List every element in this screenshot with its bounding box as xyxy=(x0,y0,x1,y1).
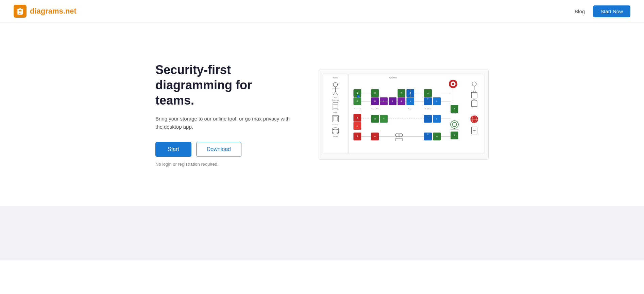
svg-text:7: 7 xyxy=(427,115,428,117)
header-nav: Blog Start Now xyxy=(575,5,630,17)
footer-area xyxy=(0,206,644,260)
svg-text:λ: λ xyxy=(401,91,402,94)
svg-text:Mobile: Mobile xyxy=(333,112,338,113)
svg-text:Actor: Actor xyxy=(334,96,337,98)
svg-text:Container A: Container A xyxy=(354,108,361,109)
svg-text:✂: ✂ xyxy=(383,117,385,120)
svg-text:⚙: ⚙ xyxy=(436,135,438,137)
svg-rect-1 xyxy=(323,74,348,154)
logo-text: diagrams.net xyxy=(30,7,77,16)
hero-content: Security-first diagramming for teams. Br… xyxy=(155,62,291,167)
diagram-container: Actors Actor Mobile Hardware xyxy=(319,70,489,160)
hero-section: Security-first diagramming for teams. Br… xyxy=(0,23,644,199)
svg-text:Lambda 3: Lambda 3 xyxy=(452,113,457,114)
svg-rect-22 xyxy=(349,74,484,154)
svg-text:CloudWatch: CloudWatch xyxy=(425,108,431,109)
svg-text:3: 3 xyxy=(357,135,358,138)
site-header: diagrams.net Blog Start Now xyxy=(0,0,644,23)
logo-link[interactable]: diagrams.net xyxy=(14,5,77,18)
svg-text:4: 4 xyxy=(374,99,376,103)
svg-text:Hardware: Hardware xyxy=(332,124,339,125)
diagram-preview: Actors Actor Mobile Hardware xyxy=(319,70,489,160)
hero-buttons: Start Download xyxy=(155,142,291,157)
logo-icon xyxy=(14,5,27,18)
svg-text:1: 1 xyxy=(357,91,358,94)
hero-note: No login or registration required. xyxy=(155,162,291,167)
hero-title: Security-first diagramming for teams. xyxy=(155,62,291,108)
svg-text:λ: λ xyxy=(427,91,429,94)
blog-link[interactable]: Blog xyxy=(575,8,585,14)
svg-text:⚙: ⚙ xyxy=(356,100,358,102)
svg-text:Custom Object: Custom Object xyxy=(451,129,459,130)
svg-text:◈: ◈ xyxy=(356,124,358,127)
svg-point-60 xyxy=(452,83,454,85)
diagram-image: Actors Actor Mobile Hardware xyxy=(322,73,485,154)
svg-text:✦: ✦ xyxy=(383,100,385,102)
svg-text:Channels: Channels xyxy=(332,99,339,101)
svg-text:Fargate EKS: Fargate EKS xyxy=(371,108,378,109)
svg-text:⊕: ⊕ xyxy=(401,100,402,102)
svg-text:8: 8 xyxy=(427,133,428,135)
svg-text:Actors: Actors xyxy=(333,76,338,78)
svg-text:6: 6 xyxy=(427,97,428,99)
svg-text:⊞: ⊞ xyxy=(374,117,376,120)
svg-text:AWS View: AWS View xyxy=(389,76,397,78)
start-button[interactable]: Start xyxy=(155,142,191,157)
svg-text:λ: λ xyxy=(454,133,455,136)
svg-text:Storage: Storage xyxy=(333,135,338,137)
svg-text:⊛: ⊛ xyxy=(374,135,376,137)
svg-text:Request: Request xyxy=(408,108,413,109)
svg-text:2: 2 xyxy=(357,116,358,119)
download-button[interactable]: Download xyxy=(196,142,241,157)
svg-text:⊞: ⊞ xyxy=(374,92,376,94)
svg-text:≡: ≡ xyxy=(436,117,438,120)
svg-text:✦: ✦ xyxy=(392,100,393,102)
start-now-button[interactable]: Start Now xyxy=(593,5,630,17)
svg-text:λ: λ xyxy=(454,107,455,110)
hero-subtitle: Bring your storage to our online tool, o… xyxy=(155,115,291,131)
